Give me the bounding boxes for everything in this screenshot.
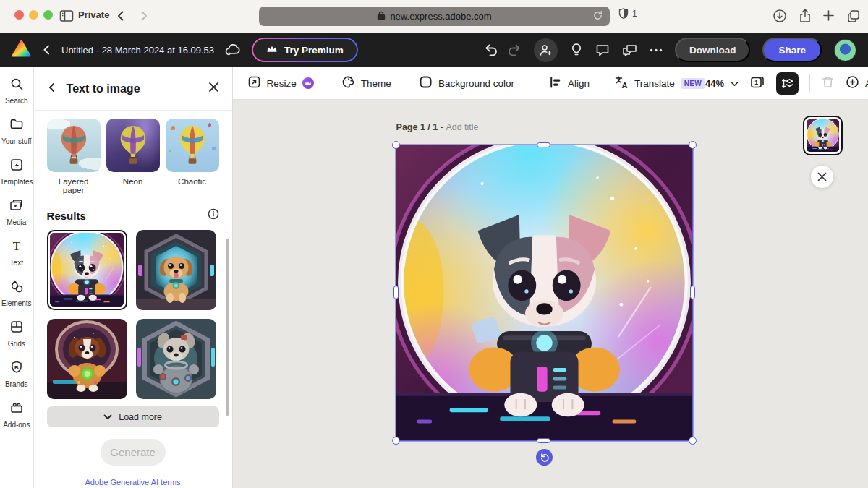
result-image-4[interactable] [136, 319, 216, 399]
downloads-icon[interactable] [773, 9, 787, 23]
toolbar-divider [809, 74, 810, 92]
panel-back-icon[interactable] [47, 82, 56, 95]
panel-scrollbar[interactable] [226, 239, 229, 416]
delete-icon-disabled [821, 75, 835, 92]
sidebar-item-your-stuff[interactable]: Your stuff [0, 111, 33, 151]
results-grid [34, 230, 233, 399]
brand-shield-icon: B [9, 360, 24, 377]
window-minimize-button[interactable] [29, 10, 38, 20]
theme-button[interactable]: Theme [341, 75, 391, 91]
generative-ai-terms-link[interactable]: Adobe Generative AI terms [34, 478, 232, 487]
background-color-button[interactable]: Background color [419, 75, 514, 91]
user-avatar[interactable] [834, 39, 856, 61]
add-title-placeholder[interactable]: Add title [446, 122, 478, 132]
sidebar-item-search[interactable]: Search [0, 70, 33, 111]
addon-brick-icon [9, 401, 24, 418]
selected-generated-image[interactable] [396, 145, 692, 440]
address-bar[interactable]: new.express.adobe.com [259, 7, 610, 26]
share-icon[interactable] [798, 8, 812, 23]
result-image-3[interactable] [47, 319, 127, 399]
style-presets: Layered paper Neon Chaotic [34, 111, 232, 194]
resize-handle-top-left[interactable] [392, 141, 400, 149]
browser-forward-icon[interactable] [137, 9, 150, 22]
pages-icon[interactable]: 1 [749, 74, 765, 92]
adobe-express-logo[interactable] [12, 40, 31, 60]
result-image-1-selected[interactable] [47, 230, 127, 310]
lightbulb-icon[interactable] [570, 43, 583, 57]
resize-handle-top[interactable] [537, 142, 550, 147]
resize-handle-bottom[interactable] [537, 438, 550, 443]
style-option-neon[interactable]: Neon [106, 119, 160, 194]
sidebar-item-media[interactable]: Media [0, 192, 33, 232]
info-icon[interactable] [208, 208, 219, 223]
lock-icon [377, 10, 386, 23]
share-button[interactable]: Share [762, 38, 822, 62]
resize-button[interactable]: Resize [247, 75, 314, 91]
invite-people-icon[interactable] [534, 38, 558, 62]
result-image-2[interactable] [136, 230, 216, 310]
panel-close-icon[interactable] [208, 82, 219, 95]
theme-palette-icon [341, 75, 355, 91]
template-icon [9, 158, 24, 175]
sidebar-item-grids[interactable]: Grids [0, 313, 33, 354]
resize-handle-bottom-right[interactable] [689, 437, 697, 445]
sidebar-item-elements[interactable]: Elements [0, 273, 33, 313]
add-page-button[interactable]: Add [846, 75, 868, 91]
align-left-icon [549, 76, 562, 91]
more-options-icon[interactable] [650, 48, 663, 52]
private-browsing-label: Private [78, 9, 109, 20]
content-blocker-count: 1 [632, 9, 637, 19]
undo-icon[interactable] [484, 43, 498, 57]
translate-button[interactable]: A Translate NEW [614, 75, 705, 91]
sidebar-item-text[interactable]: T Text [0, 232, 33, 273]
canvas-toolbar: Resize Theme Background color [233, 67, 868, 100]
content-blocker-indicator[interactable]: 1 [618, 8, 637, 20]
canvas-viewport[interactable]: Page 1 / 1 - Add title [233, 100, 868, 488]
svg-text:B: B [14, 364, 19, 370]
window-zoom-button[interactable] [43, 10, 53, 20]
chaotic-thumbnail [166, 119, 219, 172]
new-tab-icon[interactable] [822, 9, 835, 22]
zoom-level-value: 44% [705, 78, 724, 89]
resize-handle-right[interactable] [690, 286, 695, 299]
rotate-handle[interactable] [536, 449, 553, 466]
resize-icon [247, 75, 261, 91]
crown-icon [266, 44, 278, 56]
sidebar-toggle-icon[interactable] [59, 9, 74, 22]
style-option-layered-paper[interactable]: Layered paper [47, 119, 101, 194]
document-title[interactable]: Untitled - 28 March 2024 at 16.09.53 [61, 45, 214, 56]
sidebar-item-brands[interactable]: B Brands [0, 354, 33, 394]
grid-icon [9, 320, 24, 337]
page-thumbnail[interactable] [803, 116, 843, 155]
sidebar-item-add-ons[interactable]: Add-ons [0, 394, 33, 435]
resize-handle-left[interactable] [393, 286, 399, 299]
back-to-home-icon[interactable] [41, 44, 51, 56]
tab-overview-icon[interactable] [846, 9, 861, 23]
try-premium-button[interactable]: Try Premium [252, 38, 358, 62]
panel-title: Text to image [67, 82, 140, 95]
redo-icon[interactable] [507, 43, 522, 57]
align-button[interactable]: Align [549, 76, 590, 91]
plus-circle-icon [846, 75, 859, 91]
resize-handle-bottom-left[interactable] [392, 437, 400, 445]
comment-icon[interactable] [595, 43, 610, 57]
style-option-chaotic[interactable]: Chaotic [166, 119, 219, 194]
close-selection-button[interactable] [811, 166, 833, 188]
chat-threads-icon[interactable] [622, 43, 637, 57]
download-button[interactable]: Download [675, 38, 751, 62]
window-close-button[interactable] [14, 10, 24, 20]
zoom-level-control[interactable]: 44% [705, 78, 739, 89]
folder-icon [9, 117, 24, 134]
text-to-image-panel: Text to image Layered paper Neon [34, 67, 233, 488]
browser-back-icon[interactable] [114, 9, 127, 22]
premium-crown-icon [302, 77, 314, 89]
new-feature-badge: NEW [681, 78, 705, 89]
layers-button-active[interactable] [776, 72, 799, 95]
resize-handle-top-right[interactable] [689, 141, 697, 149]
sidebar-item-templates[interactable]: Templates [0, 151, 33, 192]
generate-button[interactable]: Generate [101, 439, 166, 466]
text-icon: T [9, 239, 24, 256]
reload-icon[interactable] [592, 10, 603, 24]
svg-text:1: 1 [754, 79, 758, 86]
shapes-icon [9, 279, 24, 296]
